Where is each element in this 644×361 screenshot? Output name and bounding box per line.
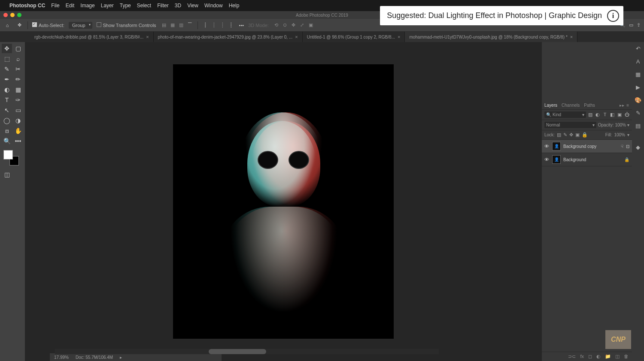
filter-type-icon[interactable]: T xyxy=(602,112,608,117)
hand-tool[interactable]: ✋ xyxy=(13,126,23,135)
mask-icon[interactable]: ◻ xyxy=(588,354,592,359)
distribute-icon[interactable]: ┆ xyxy=(211,22,218,28)
app-name[interactable]: Photoshop CC xyxy=(9,3,45,9)
lock-artboard-icon[interactable]: ▣ xyxy=(575,132,580,138)
pen-tool[interactable]: ✑ xyxy=(13,95,23,105)
filter-kind-dropdown[interactable]: 🔍 Kind ▾ xyxy=(544,111,586,118)
menu-help[interactable]: Help xyxy=(229,3,240,9)
canvas[interactable] xyxy=(173,64,394,339)
show-transform-checkbox[interactable]: Show Transform Controls xyxy=(97,22,156,28)
document-tab[interactable]: Untitled-1 @ 98.6% (Group 1 copy 2, RGB/… xyxy=(303,32,405,42)
healing-tool[interactable]: ◐ xyxy=(2,85,12,94)
quickmask-tool[interactable]: ◫ xyxy=(2,170,12,179)
more-tools[interactable]: ••• xyxy=(13,136,23,146)
rectangle-tool[interactable]: ▭ xyxy=(13,105,23,115)
delete-layer-icon[interactable]: 🗑 xyxy=(624,354,629,359)
home-icon[interactable]: ⌂ xyxy=(3,21,11,29)
crop-tool[interactable]: ✂ xyxy=(13,64,23,74)
more-icon[interactable]: ••• xyxy=(239,23,244,28)
menu-type[interactable]: Type xyxy=(120,3,131,9)
minimize-window-icon[interactable] xyxy=(10,13,15,17)
suggested-card[interactable]: Suggested: Dual Lighting Effect in Photo… xyxy=(380,6,623,25)
document-tab[interactable]: rgb-devotchkah-dribble.psd @ 81.5% (Laye… xyxy=(30,32,154,42)
visibility-icon[interactable]: 👁 xyxy=(544,157,550,162)
lock-transparency-icon[interactable]: ▨ xyxy=(557,132,561,138)
adjustments-icon[interactable]: ✎ xyxy=(634,109,642,117)
layer-item[interactable]: 👁 👤 Background 🔒 xyxy=(542,153,632,166)
info-icon[interactable]: i xyxy=(607,10,619,22)
scrollbar-horizontal[interactable] xyxy=(55,349,439,354)
lock-all-icon[interactable]: 🔒 xyxy=(582,132,588,138)
history-icon[interactable]: ↶ xyxy=(634,45,642,52)
foreground-color[interactable] xyxy=(3,150,13,159)
zoom-level[interactable]: 17.99% xyxy=(54,355,69,360)
lock-pixels-icon[interactable]: ✎ xyxy=(563,132,567,138)
auto-select-checkbox[interactable]: Auto-Select: xyxy=(32,22,64,28)
layer-name[interactable]: Background xyxy=(563,157,622,162)
filter-shape-icon[interactable]: ◧ xyxy=(610,112,615,117)
align-right-icon[interactable]: ▥ xyxy=(178,22,185,28)
color-icon[interactable]: 🎨 xyxy=(634,96,642,104)
layer-item[interactable]: 👁 👤 Background copy ☟ ⊡ xyxy=(542,140,632,153)
filter-adjust-icon[interactable]: ◐ xyxy=(595,112,600,117)
fill-value[interactable]: 100% xyxy=(614,132,625,137)
lasso-tool[interactable]: ⌕ xyxy=(13,54,23,63)
distribute-icon[interactable]: ┊ xyxy=(219,22,226,28)
tab-paths[interactable]: Paths xyxy=(584,103,595,108)
quick-select-tool[interactable]: ✎ xyxy=(2,64,12,74)
menu-edit[interactable]: Edit xyxy=(66,3,75,9)
menu-filter[interactable]: Filter xyxy=(157,3,169,9)
filter-smart-icon[interactable]: ▣ xyxy=(617,112,622,117)
ellipse-tool[interactable]: ◯ xyxy=(2,116,12,125)
align-top-icon[interactable]: ▔ xyxy=(186,22,193,28)
layer-thumbnail[interactable]: 👤 xyxy=(552,155,561,164)
blend-mode-dropdown[interactable]: Normal ▾ xyxy=(544,122,596,128)
artboard-tool[interactable]: ▢ xyxy=(13,44,23,53)
properties-icon[interactable]: ▤ xyxy=(634,122,642,129)
menu-window[interactable]: Window xyxy=(204,3,223,9)
opacity-value[interactable]: 100% xyxy=(615,123,626,127)
menu-file[interactable]: File xyxy=(51,3,59,9)
filter-toggle-icon[interactable]: ⏻ xyxy=(624,112,629,117)
color-swatches[interactable] xyxy=(3,150,19,165)
close-tab-icon[interactable]: × xyxy=(398,34,400,39)
align-center-h-icon[interactable]: ▦ xyxy=(169,22,176,28)
menu-view[interactable]: View xyxy=(187,3,198,9)
canvas-area[interactable]: 17.99% Doc: 55.7M/106.4M ▸ xyxy=(25,42,542,361)
menu-select[interactable]: Select xyxy=(137,3,151,9)
swatches-icon[interactable]: ▦ xyxy=(634,70,642,78)
document-tab-active[interactable]: mohammad-metri-U1ytD7WJvy0-unsplash.jpg … xyxy=(405,32,577,42)
layers-icon[interactable]: ◆ xyxy=(634,143,642,151)
brush-tool[interactable]: ✏ xyxy=(13,75,23,84)
type-tool[interactable]: T xyxy=(2,95,12,105)
visibility-icon[interactable]: 👁 xyxy=(544,144,550,149)
link-layers-icon[interactable]: ⊃⊂ xyxy=(568,354,576,359)
group-icon[interactable]: 📁 xyxy=(605,354,611,359)
workspace-icon[interactable]: ▭ xyxy=(629,22,633,28)
zoom-tool[interactable]: 🔍 xyxy=(2,136,12,146)
auto-select-dropdown[interactable]: Group xyxy=(69,22,92,29)
maximize-window-icon[interactable] xyxy=(17,13,21,17)
adjustment-icon[interactable]: ◐ xyxy=(596,354,601,359)
doc-size[interactable]: Doc: 55.7M/106.4M xyxy=(76,355,113,360)
menu-image[interactable]: Image xyxy=(80,3,94,9)
move-tool[interactable]: ✥ xyxy=(2,44,12,53)
new-layer-icon[interactable]: ◫ xyxy=(615,354,620,359)
shape-tool[interactable]: ◑ xyxy=(13,116,23,125)
close-tab-icon[interactable]: × xyxy=(570,34,573,39)
eyedropper-tool[interactable]: ✒ xyxy=(2,75,12,84)
layer-name[interactable]: Background copy xyxy=(563,144,618,149)
clone-tool[interactable]: ⧈ xyxy=(2,126,12,135)
fx-icon[interactable]: fx xyxy=(580,354,584,359)
filter-pixel-icon[interactable]: ▨ xyxy=(588,112,593,117)
tab-channels[interactable]: Channels xyxy=(562,103,580,108)
share-icon[interactable]: ⇪ xyxy=(637,22,641,28)
close-tab-icon[interactable]: × xyxy=(295,34,298,39)
align-left-icon[interactable]: ▤ xyxy=(161,22,167,28)
gradient-tool[interactable]: ▦ xyxy=(13,85,23,94)
document-tab[interactable]: photo-of-man-wearing-denim-jacket-294792… xyxy=(154,32,303,42)
path-tool[interactable]: ↖ xyxy=(2,105,12,115)
distribute-icon[interactable]: ┋ xyxy=(228,22,235,28)
actions-icon[interactable]: ▶ xyxy=(634,83,642,91)
distribute-icon[interactable]: ┇ xyxy=(202,22,209,28)
